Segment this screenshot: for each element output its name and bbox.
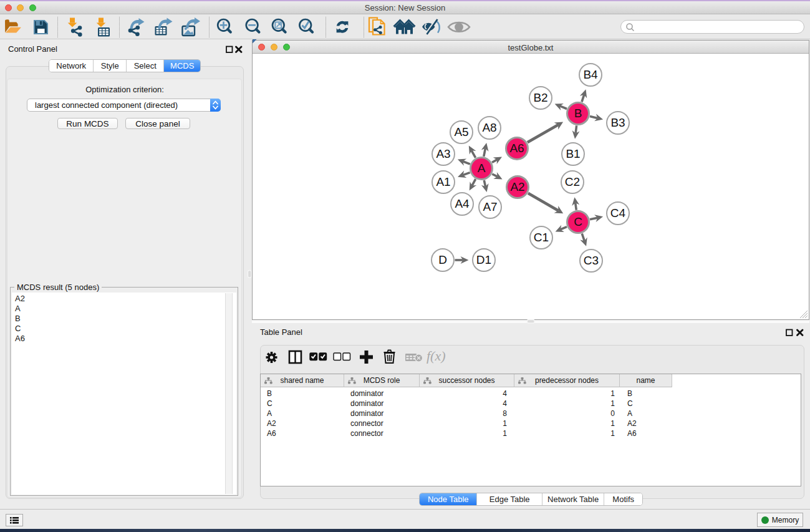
svg-text:A8: A8 — [482, 121, 496, 134]
svg-text:C: C — [574, 215, 582, 228]
svg-text:A7: A7 — [483, 200, 497, 213]
svg-text:C1: C1 — [534, 231, 549, 244]
svg-text:A3: A3 — [436, 147, 450, 160]
svg-text:B: B — [574, 107, 582, 120]
svg-text:A4: A4 — [455, 197, 470, 210]
svg-text:A: A — [478, 162, 486, 175]
svg-text:D: D — [438, 253, 447, 266]
svg-text:B4: B4 — [583, 68, 598, 81]
svg-text:A1: A1 — [436, 175, 450, 188]
svg-text:A6: A6 — [509, 142, 524, 155]
svg-text:A5: A5 — [454, 125, 468, 138]
svg-text:B2: B2 — [533, 91, 547, 104]
svg-text:B3: B3 — [610, 116, 625, 129]
svg-text:C2: C2 — [565, 175, 580, 188]
svg-text:C3: C3 — [584, 254, 599, 267]
svg-text:C4: C4 — [610, 206, 626, 220]
svg-text:A2: A2 — [510, 180, 524, 193]
svg-text:B1: B1 — [566, 147, 580, 160]
svg-text:D1: D1 — [476, 253, 491, 266]
